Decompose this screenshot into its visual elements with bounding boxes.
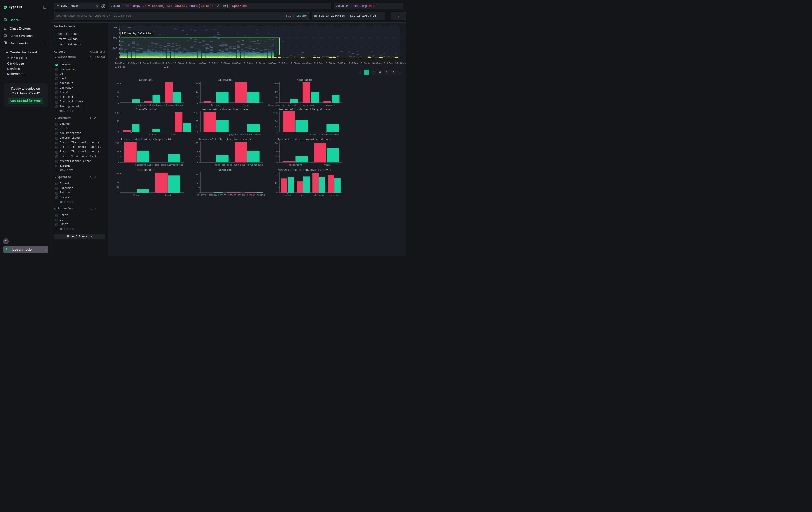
- svg-text:200: 200: [113, 47, 117, 50]
- svg-text:0: 0: [118, 131, 119, 133]
- svg-text:0: 0: [276, 131, 278, 133]
- svg-text:11:30pm: 11:30pm: [150, 62, 160, 64]
- svg-text:9:00am: 9:00am: [372, 62, 381, 64]
- svg-text:12:00am: 12:00am: [161, 62, 172, 64]
- svg-text:Error: Error: [133, 194, 140, 196]
- svg-text:7:00am: 7:00am: [325, 62, 335, 64]
- svg-text:16: 16: [275, 182, 278, 184]
- svg-text:50: 50: [116, 150, 119, 153]
- svg-text:ResourceAttributes.k8s.pod.nam: ResourceAttributes.k8s.pod.name: [279, 108, 330, 111]
- svg-text:ResourceAttributes.host.name: ResourceAttributes.host.name: [202, 108, 249, 111]
- svg-text:12:30am: 12:30am: [173, 62, 184, 64]
- svg-text:100: 100: [115, 112, 119, 114]
- svg-text:mastercard: mastercard: [289, 164, 302, 166]
- svg-text:4: 4: [197, 186, 198, 189]
- svg-text:payment-7985c8969c-mwmw7: payment-7985c8969c-mwmw7: [309, 133, 340, 136]
- svg-text:400: 400: [113, 36, 117, 39]
- svg-text:1:30am: 1:30am: [197, 62, 206, 64]
- svg-text:gold: gold: [300, 194, 306, 196]
- svg-text:platinum: platinum: [313, 194, 324, 196]
- svg-text:10:30pm: 10:30pm: [126, 62, 137, 64]
- svg-text:25: 25: [275, 125, 278, 128]
- svg-text:0: 0: [118, 161, 119, 164]
- svg-text:ScopeVersion: ScopeVersion: [136, 108, 156, 111]
- svg-text:ResourceAttribu..ice.instance.: ResourceAttribu..ice.instance.id: [198, 138, 252, 141]
- svg-text:0: 0: [118, 101, 119, 104]
- svg-text:50: 50: [116, 181, 119, 183]
- svg-text:100: 100: [273, 142, 278, 145]
- svg-text:ResourceAttributes.k8s.pod.uid: ResourceAttributes.k8s.pod.uid: [121, 138, 171, 141]
- svg-text:0: 0: [197, 101, 198, 104]
- svg-text:5:00am: 5:00am: [279, 62, 288, 64]
- svg-text:25: 25: [116, 96, 119, 98]
- svg-text:25: 25: [196, 125, 198, 128]
- svg-text:silver: silver: [330, 194, 338, 196]
- svg-text:8: 8: [276, 186, 278, 189]
- svg-text:0: 0: [276, 101, 278, 104]
- svg-text:50: 50: [116, 120, 119, 123]
- svg-text:8:00am: 8:00am: [349, 62, 358, 64]
- svg-text:0.1.0: 0.1.0: [149, 133, 156, 136]
- svg-text:3:00am: 3:00am: [232, 62, 241, 64]
- svg-text:100: 100: [194, 82, 198, 85]
- svg-text:1405128: 1405128: [207, 194, 216, 196]
- svg-text:bronze: bronze: [284, 194, 291, 196]
- svg-text:8: 8: [197, 182, 198, 184]
- svg-text:SpanKind: SpanKind: [218, 78, 232, 81]
- svg-text:10:00pm: 10:00pm: [115, 62, 125, 64]
- svg-text:4:00am: 4:00am: [256, 62, 265, 64]
- svg-text:25: 25: [196, 96, 198, 98]
- svg-text:4:30am: 4:30am: [267, 62, 277, 64]
- svg-text:100: 100: [115, 82, 119, 85]
- svg-text:100: 100: [194, 112, 198, 114]
- svg-text:100: 100: [273, 112, 278, 114]
- svg-text:50: 50: [275, 150, 278, 153]
- svg-text:0: 0: [197, 131, 198, 133]
- svg-text:9/15: 9/15: [164, 65, 170, 68]
- svg-text:0: 0: [118, 191, 119, 194]
- svg-text:0: 0: [116, 57, 117, 60]
- svg-text:SpanAttributes...yment.card_ty: SpanAttributes...yment.card_type: [278, 138, 331, 141]
- svg-text:50: 50: [116, 90, 119, 93]
- svg-text:25: 25: [116, 125, 119, 128]
- svg-text:visa: visa: [324, 164, 329, 166]
- svg-text:6:30am: 6:30am: [314, 62, 323, 64]
- svg-text:0: 0: [276, 191, 278, 194]
- svg-text:50: 50: [275, 120, 278, 123]
- svg-text:0: 0: [197, 191, 198, 194]
- svg-text:50: 50: [196, 90, 198, 93]
- svg-text:SpanName: SpanName: [139, 78, 152, 81]
- svg-text:583275: 583275: [218, 194, 226, 196]
- svg-text:8:30am: 8:30am: [360, 62, 370, 64]
- svg-text:807648: 807648: [237, 194, 245, 196]
- svg-text:25: 25: [196, 155, 198, 158]
- svg-text:5e02b5fb-13ae-4296-bbbc-111f42: 5e02b5fb-13ae-4296-bbbc-111f423c460d: [135, 164, 183, 166]
- svg-text:25: 25: [116, 155, 119, 158]
- svg-text:9:30am: 9:30am: [384, 62, 393, 64]
- svg-text:100: 100: [273, 82, 278, 85]
- svg-text:10:00am: 10:00am: [395, 62, 405, 64]
- svg-text:9/14/25: 9/14/25: [115, 65, 125, 68]
- svg-text:100: 100: [115, 172, 119, 175]
- svg-text:Unset: Unset: [164, 194, 171, 196]
- svg-text:StatusCode: StatusCode: [137, 168, 154, 172]
- svg-text:25: 25: [275, 96, 278, 98]
- svg-text:0.51.1: 0.51.1: [171, 133, 178, 136]
- svg-text:16: 16: [196, 173, 198, 176]
- svg-text:1019375: 1019375: [197, 194, 206, 196]
- svg-text:6:00am: 6:00am: [302, 62, 312, 64]
- svg-text:50: 50: [196, 120, 198, 123]
- svg-text:50: 50: [196, 150, 198, 153]
- svg-text:759085: 759085: [228, 194, 236, 196]
- svg-text:Duration: Duration: [218, 168, 232, 172]
- svg-text:f5344ec9-a1ea-4290-a62a-78f5be: f5344ec9-a1ea-4290-a62a-78f5bee8d90b: [215, 164, 263, 166]
- svg-text:999176: 999176: [257, 194, 265, 196]
- svg-text:2:00am: 2:00am: [209, 62, 218, 64]
- svg-text:SpanAttributes.app.loyalty.lev: SpanAttributes.app.loyalty.level: [278, 168, 331, 172]
- svg-text:50: 50: [275, 90, 278, 93]
- svg-text:100: 100: [115, 142, 119, 145]
- svg-text:7:30am: 7:30am: [337, 62, 346, 64]
- svg-text:11:00pm: 11:00pm: [138, 62, 148, 64]
- svg-text:100: 100: [194, 142, 198, 145]
- svg-text:payment-7985c8969c-mwmw7: payment-7985c8969c-mwmw7: [229, 133, 261, 136]
